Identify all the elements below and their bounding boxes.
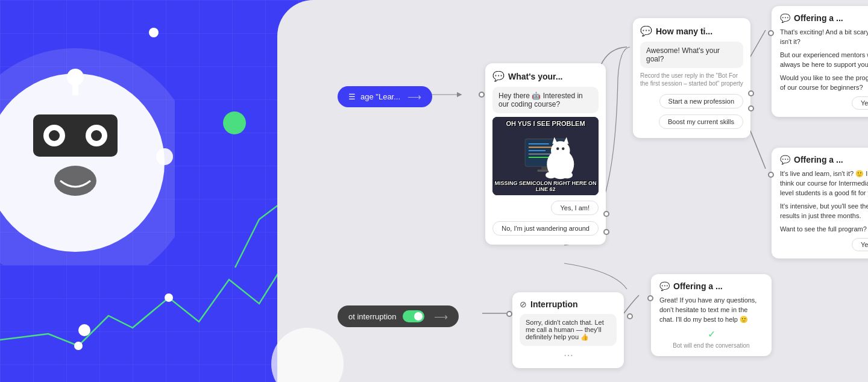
chat-icon-4: 💬 xyxy=(780,155,790,164)
interruption-header: ⊘ Interruption xyxy=(520,299,617,309)
offering-1-header: 💬 Offering a ... xyxy=(780,13,868,23)
svg-point-30 xyxy=(551,141,570,160)
page-node-connector xyxy=(479,92,485,98)
no-wandering-btn[interactable]: No, I'm just wandering around xyxy=(492,221,599,236)
boost-skills-btn[interactable]: Boost my current skills xyxy=(659,114,743,129)
interrupt-chat-icon: ⊘ xyxy=(520,299,527,309)
offering-1-msg-2: But our experienced mentors will always … xyxy=(780,51,868,70)
offering-3-left-connector xyxy=(647,295,653,301)
interrupt-right-connector xyxy=(506,311,512,317)
svg-point-33 xyxy=(556,147,559,150)
interruption-right-connector xyxy=(627,313,633,319)
offering-2-title: Offering a ... xyxy=(794,155,843,164)
dot-1 xyxy=(149,28,159,37)
whats-your-node[interactable]: 💬 What's your... Hey there 🤖 Interested … xyxy=(485,63,606,245)
offering-2-header: 💬 Offering a ... xyxy=(780,155,868,164)
how-many-question: Awesome! What's your goal? xyxy=(640,42,743,68)
offering-2-yes-area: Yes xyxy=(780,238,868,251)
offering-2-msg-3: Want to see the full program? xyxy=(780,225,868,234)
end-conversation-label: Bot will end the conversation xyxy=(659,342,763,349)
meme-image: Oh yus I see problem xyxy=(492,117,599,195)
offering-2-yes-btn[interactable]: Yes xyxy=(852,238,868,251)
chat-icon-3: 💬 xyxy=(780,13,790,23)
page-label: age "Lear... xyxy=(360,92,400,101)
bottom-circle xyxy=(271,328,344,382)
svg-point-35 xyxy=(546,172,556,178)
offering-2-msg-2: It's intensive, but you'll see the resul… xyxy=(780,202,868,221)
offering-1-msg-1: That's exciting! And a bit scary, isn't … xyxy=(780,28,868,47)
meme-bottom-text: Missing semicolon right here on line 62 xyxy=(492,180,599,192)
node-title: What's your... xyxy=(508,72,562,81)
offering-node-2[interactable]: 💬 Offering a ... It's live and learn, is… xyxy=(772,148,868,258)
node-header: 💬 What's your... xyxy=(492,70,599,82)
page-icon: ☰ xyxy=(348,92,356,101)
svg-point-9 xyxy=(91,130,102,141)
offering-3-header: 💬 Offering a ... xyxy=(659,281,763,291)
chat-icon-2: 💬 xyxy=(640,25,652,37)
offering-1-left-connector xyxy=(768,30,774,36)
offering-node-1[interactable]: 💬 Offering a ... That's exciting! And a … xyxy=(772,6,868,117)
svg-point-14 xyxy=(74,342,83,350)
no-connector xyxy=(603,229,609,235)
chat-icon: 💬 xyxy=(492,70,505,82)
interruption-title: Interruption xyxy=(530,299,578,309)
offering-1-title: Offering a ... xyxy=(794,13,843,23)
meme-top-text: Oh yus I see problem xyxy=(492,120,599,127)
interrupt-label: ot interruption xyxy=(348,312,397,321)
chat-icon-5: 💬 xyxy=(659,281,670,291)
page-node[interactable]: ☰ age "Lear... ⟶ xyxy=(338,86,432,107)
arrow-right-icon-2: ⟶ xyxy=(434,311,448,322)
right-panel: ☰ age "Lear... ⟶ 💬 What's your... Hey th… xyxy=(277,0,868,382)
svg-point-34 xyxy=(562,147,565,150)
interrupt-toggle-node[interactable]: ot interruption ⟶ xyxy=(338,305,459,327)
yes-connector xyxy=(603,211,609,217)
cat-silhouette xyxy=(503,129,588,183)
svg-rect-4 xyxy=(72,77,78,95)
interrupt-toggle[interactable] xyxy=(403,310,424,322)
how-many-subtext: Record the user reply in the "Bot For th… xyxy=(640,72,743,87)
green-dot xyxy=(223,111,246,134)
svg-point-12 xyxy=(156,148,173,165)
offering-1-yes-area: Yes xyxy=(780,96,868,110)
yes-i-am-btn[interactable]: Yes, I am! xyxy=(551,201,599,215)
offering-3-msg-1: Great! If you have any questions, don't … xyxy=(659,296,763,325)
how-many-header: 💬 How many ti... xyxy=(640,25,743,37)
dot-2 xyxy=(78,324,90,336)
check-icon: ✓ xyxy=(659,328,763,340)
interruption-chat-node[interactable]: ⊘ Interruption Sorry, didn't catch that.… xyxy=(512,292,624,368)
offering-1-yes-btn[interactable]: Yes xyxy=(852,96,868,110)
new-profession-btn[interactable]: Start a new profession xyxy=(659,94,743,108)
offering-node-3[interactable]: 💬 Offering a ... Great! If you have any … xyxy=(651,274,772,356)
how-many-node[interactable]: 💬 How many ti... Awesome! What's your go… xyxy=(633,18,750,138)
interruption-msg: Sorry, didn't catch that. Let me call a … xyxy=(520,314,617,346)
more-content-icon: ⋯ xyxy=(520,349,617,361)
svg-point-8 xyxy=(49,130,60,141)
arrow-right-icon: ⟶ xyxy=(407,91,421,102)
offering-2-left-connector xyxy=(768,172,774,178)
boost-skills-connector xyxy=(748,105,754,111)
greeting-msg: Hey there 🤖 Interested in our coding cou… xyxy=(492,87,599,113)
how-many-title: How many ti... xyxy=(656,27,712,36)
offering-2-msg-1: It's live and learn, isn't it? 🙂 I think… xyxy=(780,169,868,198)
offering-3-title: Offering a ... xyxy=(673,281,723,291)
svg-point-36 xyxy=(562,172,573,178)
new-profession-connector xyxy=(748,90,754,96)
svg-point-15 xyxy=(165,293,173,302)
offering-1-msg-3: Would you like to see the program of our… xyxy=(780,74,868,93)
